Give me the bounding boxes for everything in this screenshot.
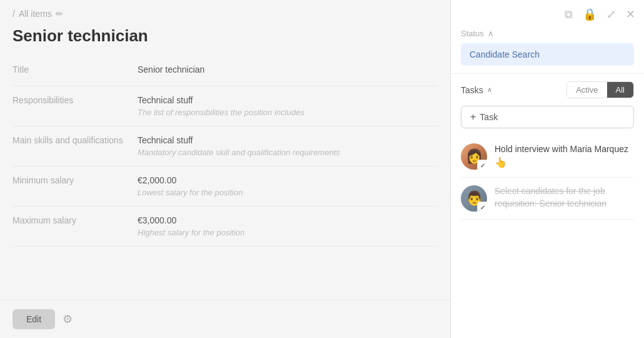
- status-section: Status ∧ Candidate Search: [451, 26, 644, 73]
- field-label-max-salary: Maximum salary: [13, 215, 138, 237]
- field-value-title: Senior technician: [138, 64, 438, 77]
- field-label-responsibilities: Responsibilities: [13, 95, 138, 117]
- left-panel: / All items ✏ Senior technician Title Se…: [0, 0, 450, 338]
- expand-icon[interactable]: ⤢: [606, 8, 616, 21]
- filter-all-button[interactable]: All: [607, 82, 633, 98]
- bottom-bar: Edit ⚙: [0, 300, 450, 338]
- task-content-2: Select candidates for the job requisitio…: [495, 185, 634, 210]
- task-item-2: 👨 ✓ Select candidates for the job requis…: [461, 178, 634, 220]
- tasks-filter: Active All: [566, 81, 634, 98]
- field-row-title: Title Senior technician: [13, 56, 438, 86]
- tasks-label: Tasks ∧: [461, 85, 492, 95]
- tasks-header: Tasks ∧ Active All: [451, 74, 644, 103]
- field-value-responsibilities: Technical stuff The list of responsibili…: [138, 95, 438, 117]
- edit-button[interactable]: Edit: [13, 309, 55, 329]
- breadcrumb-label[interactable]: All items: [19, 9, 52, 19]
- task-title-2[interactable]: Select candidates for the job requisitio…: [495, 186, 606, 208]
- copy-icon[interactable]: ⧉: [565, 8, 573, 21]
- task-type-icon-2: ✓: [477, 202, 487, 212]
- close-icon[interactable]: ✕: [626, 8, 635, 21]
- settings-icon[interactable]: ⚙: [63, 312, 73, 326]
- status-chevron-icon: ∧: [488, 29, 494, 38]
- edit-breadcrumb-icon[interactable]: ✏: [56, 9, 63, 19]
- status-header: Status ∧: [461, 29, 634, 38]
- tasks-section: Tasks ∧ Active All + Task 👩 ✓: [451, 73, 644, 338]
- add-task-label: Task: [480, 112, 498, 122]
- add-task-button[interactable]: + Task: [461, 106, 634, 128]
- right-panel: ⧉ 🔒 ⤢ ✕ Status ∧ Candidate Search Tasks …: [450, 0, 644, 338]
- status-value[interactable]: Candidate Search: [461, 43, 634, 66]
- field-row-max-salary: Maximum salary €3,000.00 Highest salary …: [13, 207, 438, 247]
- task-type-icon: ✓: [477, 160, 487, 170]
- task-avatar-maria: 👩 ✓: [461, 143, 487, 170]
- breadcrumb-separator: /: [13, 9, 15, 19]
- filter-active-button[interactable]: Active: [567, 82, 606, 98]
- field-label-min-salary: Minimum salary: [13, 175, 138, 197]
- add-task-plus-icon: +: [470, 111, 476, 123]
- field-value-min-salary: €2,000.00 Lowest salary for the position: [138, 175, 438, 197]
- tasks-list: 👩 ✓ Hold interview with Maria Marquez 👆 …: [451, 136, 644, 338]
- status-label: Status: [461, 29, 484, 38]
- lock-icon[interactable]: 🔒: [583, 8, 596, 21]
- page-title: Senior technician: [0, 24, 450, 56]
- field-row-min-salary: Minimum salary €2,000.00 Lowest salary f…: [13, 166, 438, 207]
- tasks-chevron-icon: ∧: [487, 86, 492, 94]
- task-title-1[interactable]: Hold interview with Maria Marquez 👆: [495, 144, 628, 168]
- field-label-title: Title: [13, 64, 138, 77]
- field-row-responsibilities: Responsibilities Technical stuff The lis…: [13, 86, 438, 126]
- task-item-1: 👩 ✓ Hold interview with Maria Marquez 👆: [461, 136, 634, 178]
- field-value-max-salary: €3,000.00 Highest salary for the positio…: [138, 215, 438, 237]
- task-avatar-man: 👨 ✓: [461, 185, 487, 212]
- field-row-skills: Main skills and qualifications Technical…: [13, 126, 438, 166]
- fields-content: Title Senior technician Responsibilities…: [0, 56, 450, 300]
- field-value-skills: Technical stuff Mandatory candidate skil…: [138, 135, 438, 157]
- main-container: / All items ✏ Senior technician Title Se…: [0, 0, 644, 338]
- task-content-1: Hold interview with Maria Marquez 👆: [495, 143, 634, 170]
- top-icons-bar: ⧉ 🔒 ⤢ ✕: [451, 0, 644, 26]
- field-label-skills: Main skills and qualifications: [13, 135, 138, 157]
- breadcrumb: / All items ✏: [0, 0, 450, 24]
